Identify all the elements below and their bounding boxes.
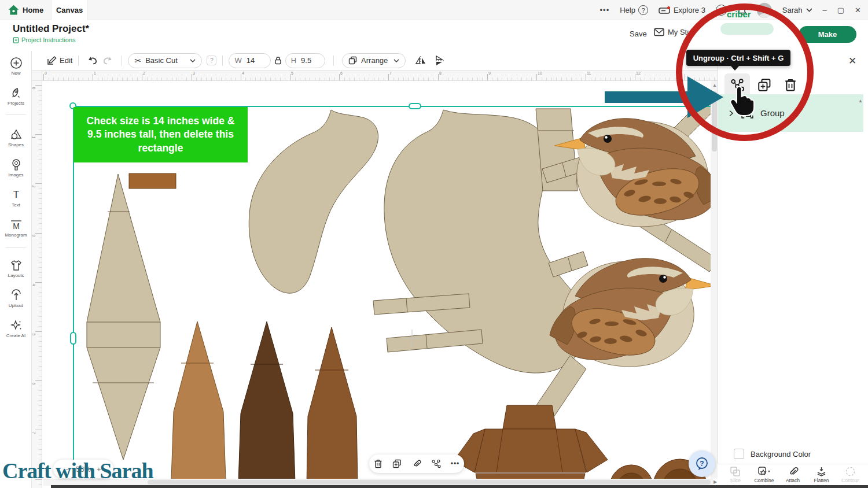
shapes-icon (10, 128, 23, 141)
attach-clip-button[interactable] (411, 460, 421, 468)
bottom-strip (51, 485, 868, 488)
instructions-icon (13, 37, 19, 43)
selection-handle-top-center[interactable] (409, 103, 421, 109)
template-body-left[interactable] (249, 110, 378, 293)
sidebar-item-create-ai[interactable]: Create AI (0, 319, 32, 338)
background-color-label: Background Color (751, 450, 811, 459)
divider (333, 56, 334, 66)
background-color-checkbox[interactable] (734, 449, 744, 459)
combine-button[interactable]: Combine (751, 466, 777, 483)
window-close-button[interactable]: ✕ (855, 6, 861, 14)
edit-toolbar: Edit ✂ Basic Cut ? W H Arra (32, 51, 718, 71)
background-color-row[interactable]: Background Color (718, 444, 868, 464)
sidebar-label: Upload (0, 303, 32, 308)
help-floating-button[interactable]: ? (689, 450, 715, 477)
sidebar-item-images[interactable]: Images (0, 158, 32, 178)
sidebar-item-new[interactable]: New (0, 57, 32, 76)
sidebar-label: New (0, 71, 32, 76)
lock-ratio-icon[interactable] (274, 56, 282, 65)
chevron-down-icon (190, 59, 196, 62)
flip-horizontal-button[interactable] (415, 56, 426, 66)
craft-with-sarah-watermark: Craft with Sarah (2, 458, 153, 483)
redo-button[interactable] (102, 56, 113, 65)
ruler-corner (32, 71, 42, 81)
rocket-icon (10, 87, 23, 99)
sidebar-divider (6, 114, 26, 115)
template-diamond[interactable] (87, 174, 160, 460)
divider (222, 56, 223, 66)
sidebar-label: Text (0, 202, 32, 208)
panel-scroll-up-arrow[interactable]: ▲ (858, 98, 863, 103)
tab-canvas[interactable]: Canvas (51, 0, 88, 20)
more-menu[interactable]: ••• (600, 6, 610, 14)
text-icon: T (10, 188, 23, 201)
edit-label: Edit (60, 56, 72, 65)
attach-button[interactable]: Attach (779, 466, 806, 483)
sidebar-label: Create AI (0, 333, 32, 338)
upload-icon (10, 289, 23, 302)
selection-handle-left-center[interactable] (70, 332, 76, 345)
divider (78, 56, 79, 66)
svg-text:M: M (13, 221, 20, 231)
width-input[interactable] (245, 56, 265, 65)
height-field[interactable]: H (285, 53, 325, 68)
sidebar-item-upload[interactable]: Upload (0, 289, 32, 308)
explore-menu[interactable]: Explore 3 (659, 6, 705, 14)
duplicate-button[interactable] (392, 459, 402, 468)
project-instructions-link[interactable]: Project Instructions (13, 36, 76, 43)
object-action-toolbar: ••• (369, 454, 464, 473)
help-menu[interactable]: Help ? (620, 5, 648, 15)
template-base[interactable] (454, 405, 608, 482)
contour-button: Contour (837, 466, 863, 483)
chevron-down-icon (806, 8, 812, 12)
chevron-down-icon (393, 59, 399, 62)
flatten-button[interactable]: Flatten (808, 466, 835, 483)
user-name: Sarah (782, 6, 803, 14)
width-label: W (234, 56, 241, 65)
edit-button[interactable]: Edit (47, 56, 72, 65)
scroll-right-arrow[interactable]: ▶ (713, 480, 717, 485)
panel-close-button[interactable]: ✕ (848, 55, 856, 67)
operation-hint-button[interactable]: ? (207, 56, 216, 65)
operation-dropdown[interactable]: ✂ Basic Cut (128, 53, 202, 68)
explore-label: Explore 3 (674, 6, 705, 14)
delete-button[interactable] (374, 459, 382, 468)
help-label: Help (620, 6, 635, 14)
template-cones[interactable] (171, 321, 358, 485)
height-input[interactable] (300, 56, 319, 65)
sidebar-item-projects[interactable]: Projects (0, 87, 32, 106)
sidebar-label: Layouts (0, 273, 32, 278)
arrange-value: Arrange (361, 56, 388, 65)
sparrow-illustration-bottom[interactable] (550, 258, 716, 367)
sidebar-item-monogram[interactable]: M Monogram (0, 219, 32, 238)
panel-action-bar: Slice Combine Attach Flatten Contour (718, 464, 868, 485)
width-field[interactable]: W (229, 53, 270, 68)
user-menu[interactable]: Sarah (782, 6, 812, 14)
help-bubble-icon: ? (694, 456, 709, 471)
balloon-icon (10, 158, 23, 171)
sidebar-item-layouts[interactable]: Layouts (0, 259, 32, 278)
ruler-vertical: 01 23 45 67 (32, 81, 42, 488)
size-check-rectangle[interactable]: Check size is 14 inches wide & 9.5 inche… (73, 107, 248, 162)
make-button[interactable]: Make (799, 26, 856, 43)
tab-home[interactable]: Home (23, 6, 43, 14)
scissors-icon: ✂ (134, 56, 141, 65)
app-window: Home Canvas ••• Help ? Explore 3 ? Sarah… (0, 0, 868, 488)
undo-button[interactable] (87, 56, 98, 65)
more-actions-button[interactable]: ••• (451, 460, 460, 468)
flip-vertical-button[interactable] (433, 56, 445, 66)
window-maximize-button[interactable]: ▢ (837, 6, 844, 14)
sparrow-illustration-top[interactable] (554, 119, 718, 227)
sidebar-item-shapes[interactable]: Shapes (0, 128, 32, 147)
sidebar-item-text[interactable]: T Text (0, 188, 32, 208)
svg-text:T: T (13, 189, 19, 200)
ungroup-button-small[interactable] (431, 459, 441, 468)
canvas-horizontal-scrollbar-thumb[interactable] (148, 480, 711, 485)
save-button[interactable]: Save (630, 29, 647, 38)
cricut-logo-icon (8, 4, 20, 16)
window-minimize-button[interactable]: – (823, 6, 827, 14)
arrange-icon (348, 56, 357, 65)
template-rectangle[interactable] (129, 173, 176, 188)
arrange-dropdown[interactable]: Arrange (342, 53, 406, 68)
sidebar-label: Images (0, 172, 32, 178)
